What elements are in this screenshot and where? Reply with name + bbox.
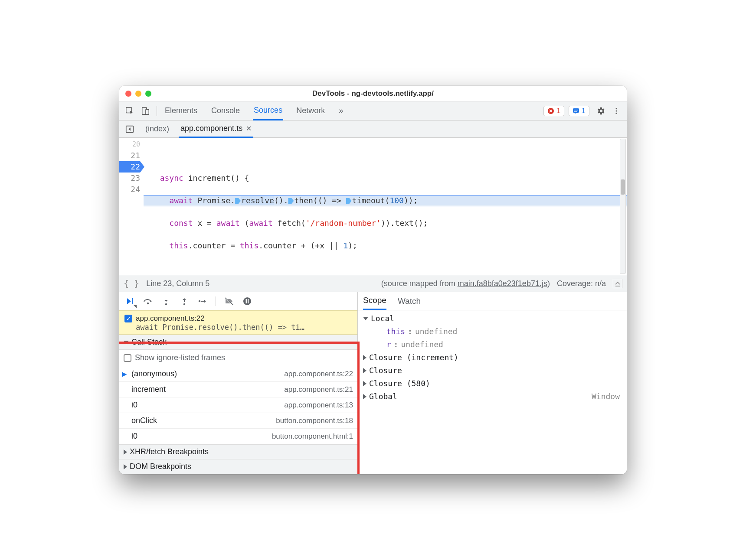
pause-location[interactable]: app.component.ts:22: [136, 314, 205, 323]
scope-global[interactable]: Global Window: [362, 390, 622, 403]
kebab-menu-icon[interactable]: [609, 104, 623, 118]
close-tab-icon[interactable]: ✕: [246, 124, 252, 133]
messages-pill[interactable]: 1: [569, 106, 589, 116]
frame-location: button.component.html:1: [272, 432, 353, 441]
code-scrollbar[interactable]: [620, 139, 626, 274]
line-number[interactable]: 21: [119, 150, 140, 161]
scope-var[interactable]: r: undefined: [362, 338, 622, 351]
cursor-position: Line 23, Column 5: [146, 279, 209, 288]
dom-breakpoints-header[interactable]: DOM Breakpoints: [119, 459, 357, 474]
devtools-window: DevTools - ng-devtools.netlify.app/ Elem…: [119, 86, 627, 474]
step-into-icon[interactable]: [160, 295, 172, 307]
line-number[interactable]: 24: [119, 184, 140, 195]
pause-snippet: await Promise.resolve().then(() => ti…: [124, 323, 352, 332]
expand-icon: [124, 341, 129, 344]
right-panel: Scope Watch Local this: undefined r: und…: [358, 292, 627, 474]
xhr-breakpoints-header[interactable]: XHR/fetch Breakpoints: [119, 444, 357, 459]
step-marker-icon: [346, 198, 352, 204]
show-ignore-listed-toggle[interactable]: Show ignore-listed frames: [119, 350, 357, 366]
breakpoint-checkbox[interactable]: ✓: [124, 315, 132, 322]
code-editor[interactable]: 20 21 22 23 24 async increment() { await…: [119, 138, 627, 275]
stack-frame[interactable]: i0 app.component.ts:13: [119, 397, 357, 413]
frame-location: button.component.ts:18: [276, 417, 353, 425]
pretty-print-icon[interactable]: { }: [124, 278, 139, 289]
svg-rect-18: [248, 299, 249, 303]
scope-local[interactable]: Local: [362, 312, 622, 325]
errors-pill[interactable]: 1: [543, 106, 564, 116]
tab-console[interactable]: Console: [210, 102, 241, 120]
scope-var[interactable]: this: undefined: [362, 325, 622, 338]
expand-icon: [363, 355, 366, 360]
line-number: 20: [119, 139, 140, 150]
frame-name: onClick: [131, 416, 157, 425]
scope-closure[interactable]: Closure: [362, 364, 622, 377]
deactivate-breakpoints-icon[interactable]: [223, 295, 235, 307]
expand-icon: [363, 368, 366, 373]
main-tabs: Elements Console Sources Network »: [164, 101, 344, 120]
tab-network[interactable]: Network: [295, 102, 326, 120]
svg-point-7: [616, 108, 617, 109]
titlebar: DevTools - ng-devtools.netlify.app/: [119, 86, 627, 101]
file-tabs: (index) app.component.ts ✕: [119, 120, 627, 138]
errors-count: 1: [556, 107, 560, 115]
scope-tabs: Scope Watch: [358, 292, 627, 310]
tab-sources[interactable]: Sources: [253, 101, 283, 120]
left-panel: ✓ app.component.ts:22 await Promise.reso…: [119, 292, 358, 474]
coverage-label: Coverage: n/a: [557, 279, 606, 288]
line-number-exec[interactable]: 22: [119, 161, 140, 173]
more-tabs-button[interactable]: »: [338, 102, 344, 120]
stack-frame[interactable]: increment app.component.ts:21: [119, 382, 357, 397]
svg-point-12: [147, 302, 149, 304]
step-marker-icon: [288, 198, 294, 204]
file-tab-index[interactable]: (index): [144, 121, 171, 137]
scrollbar-thumb[interactable]: [621, 179, 625, 195]
line-gutter: 20 21 22 23 24: [119, 138, 144, 275]
pause-on-exceptions-icon[interactable]: [241, 295, 253, 307]
code-line: [144, 150, 627, 161]
svg-rect-17: [246, 299, 247, 303]
inspect-element-icon[interactable]: [123, 104, 137, 118]
step-out-icon[interactable]: [178, 295, 190, 307]
tab-watch[interactable]: Watch: [398, 292, 421, 310]
stack-frame[interactable]: ▶ (anonymous) app.component.ts:22: [119, 366, 357, 382]
expand-icon: [124, 449, 127, 455]
messages-count: 1: [582, 107, 586, 115]
step-over-icon[interactable]: [142, 295, 154, 307]
tab-scope[interactable]: Scope: [363, 292, 386, 310]
frame-name: (anonymous): [131, 369, 177, 378]
callstack-header[interactable]: Call Stack: [119, 335, 357, 350]
settings-icon[interactable]: [594, 104, 608, 118]
stack-frame[interactable]: onClick button.component.ts:18: [119, 413, 357, 429]
error-icon: [547, 107, 554, 114]
svg-point-14: [183, 303, 185, 305]
code-line: this.counter = this.counter + (+x || 1);: [144, 240, 627, 251]
expand-icon: [363, 394, 366, 399]
navigator-toggle-icon[interactable]: [124, 123, 136, 135]
frame-location: app.component.ts:13: [284, 401, 353, 410]
frame-name: i0: [131, 432, 137, 441]
source-map-info: (source mapped from main.fa8bfa0e23f1eb7…: [381, 279, 550, 288]
code-lines: async increment() { await Promise.resolv…: [144, 138, 627, 275]
message-icon: [573, 107, 579, 114]
frame-name: increment: [131, 385, 166, 394]
svg-rect-4: [573, 108, 579, 113]
line-number[interactable]: 23: [119, 173, 140, 184]
expand-icon: [363, 381, 366, 386]
current-frame-icon: ▶: [122, 370, 127, 378]
collapse-icon[interactable]: [613, 279, 622, 288]
device-toolbar-icon[interactable]: [138, 104, 152, 118]
source-map-link[interactable]: main.fa8bfa0e23f1eb71.js: [458, 279, 547, 288]
stack-frame[interactable]: i0 button.component.html:1: [119, 429, 357, 444]
step-icon[interactable]: [196, 295, 209, 307]
resume-icon[interactable]: [124, 295, 136, 307]
svg-point-9: [616, 112, 617, 114]
svg-rect-6: [574, 111, 577, 112]
file-tab-active[interactable]: app.component.ts ✕: [179, 120, 253, 138]
frame-name: i0: [131, 400, 137, 410]
pause-message: ✓ app.component.ts:22 await Promise.reso…: [119, 310, 357, 335]
scope-closure[interactable]: Closure (580): [362, 377, 622, 390]
tab-elements[interactable]: Elements: [164, 102, 198, 120]
scope-closure[interactable]: Closure (increment): [362, 351, 622, 364]
debugger-toolbar: [119, 292, 357, 310]
file-tab-label: app.component.ts: [180, 124, 242, 133]
